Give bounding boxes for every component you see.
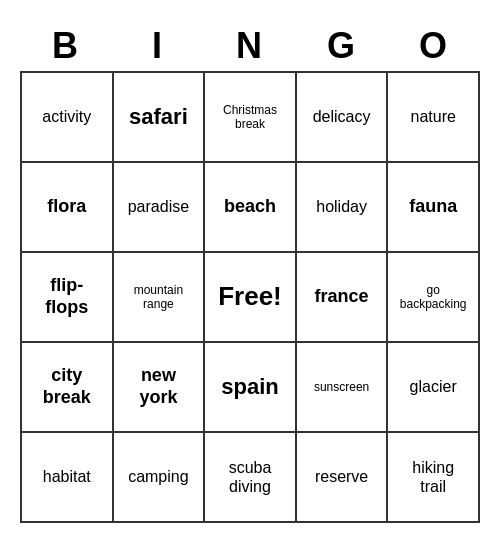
bingo-cell: habitat: [22, 433, 114, 523]
bingo-header: BINGO: [20, 21, 480, 71]
bingo-cell: Free!: [205, 253, 297, 343]
bingo-cell: sunscreen: [297, 343, 389, 433]
bingo-cell: beach: [205, 163, 297, 253]
cell-text: camping: [128, 467, 188, 486]
bingo-cell: Christmasbreak: [205, 73, 297, 163]
cell-text: gobackpacking: [400, 283, 467, 312]
bingo-cell: activity: [22, 73, 114, 163]
header-letter: I: [112, 21, 204, 71]
cell-text: flora: [47, 196, 86, 218]
bingo-cell: citybreak: [22, 343, 114, 433]
bingo-cell: holiday: [297, 163, 389, 253]
bingo-cell: flora: [22, 163, 114, 253]
bingo-cell: scubadiving: [205, 433, 297, 523]
bingo-card: BINGO activitysafariChristmasbreakdelica…: [20, 21, 480, 523]
cell-text: hikingtrail: [412, 458, 454, 496]
cell-text: nature: [411, 107, 456, 126]
cell-text: holiday: [316, 197, 367, 216]
cell-text: fauna: [409, 196, 457, 218]
bingo-cell: glacier: [388, 343, 480, 433]
bingo-cell: reserve: [297, 433, 389, 523]
cell-text: sunscreen: [314, 380, 369, 394]
bingo-grid: activitysafariChristmasbreakdelicacynatu…: [20, 71, 480, 523]
bingo-cell: hikingtrail: [388, 433, 480, 523]
cell-text: habitat: [43, 467, 91, 486]
header-letter: B: [20, 21, 112, 71]
cell-text: spain: [221, 374, 278, 400]
bingo-cell: safari: [114, 73, 206, 163]
cell-text: glacier: [410, 377, 457, 396]
bingo-cell: fauna: [388, 163, 480, 253]
cell-text: beach: [224, 196, 276, 218]
cell-text: activity: [42, 107, 91, 126]
cell-text: mountainrange: [134, 283, 183, 312]
cell-text: flip-flops: [45, 275, 88, 318]
cell-text: Free!: [218, 281, 282, 312]
cell-text: scubadiving: [229, 458, 272, 496]
bingo-cell: nature: [388, 73, 480, 163]
cell-text: citybreak: [43, 365, 91, 408]
bingo-cell: spain: [205, 343, 297, 433]
bingo-cell: paradise: [114, 163, 206, 253]
cell-text: Christmasbreak: [223, 103, 277, 132]
header-letter: O: [388, 21, 480, 71]
cell-text: reserve: [315, 467, 368, 486]
bingo-cell: mountainrange: [114, 253, 206, 343]
header-letter: N: [204, 21, 296, 71]
bingo-cell: camping: [114, 433, 206, 523]
cell-text: france: [315, 286, 369, 308]
bingo-cell: newyork: [114, 343, 206, 433]
cell-text: newyork: [139, 365, 177, 408]
cell-text: delicacy: [313, 107, 371, 126]
bingo-cell: delicacy: [297, 73, 389, 163]
cell-text: paradise: [128, 197, 189, 216]
bingo-cell: gobackpacking: [388, 253, 480, 343]
bingo-cell: flip-flops: [22, 253, 114, 343]
header-letter: G: [296, 21, 388, 71]
bingo-cell: france: [297, 253, 389, 343]
cell-text: safari: [129, 104, 188, 130]
